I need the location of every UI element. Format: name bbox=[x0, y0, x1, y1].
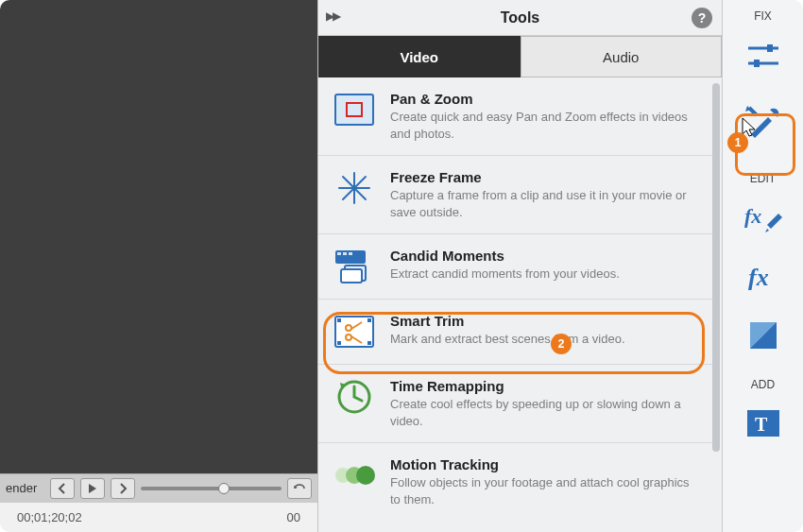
tool-title: Freeze Frame bbox=[390, 169, 697, 185]
playback-thumb[interactable] bbox=[218, 483, 230, 494]
tool-title: Time Remapping bbox=[390, 378, 697, 394]
collapse-panel-icon[interactable]: ▶▶ bbox=[326, 9, 339, 23]
svg-rect-7 bbox=[337, 252, 341, 255]
rail-label-edit: EDIT bbox=[750, 172, 776, 185]
tool-text: Pan & Zoom Create quick and easy Pan and… bbox=[390, 91, 697, 142]
timecode-current: 00;01;20;02 bbox=[17, 510, 82, 524]
tool-candid-moments[interactable]: Candid Moments Extract candid moments fr… bbox=[318, 234, 712, 300]
preview-canvas bbox=[0, 0, 317, 473]
svg-rect-28 bbox=[754, 60, 760, 67]
tool-pan-zoom[interactable]: Pan & Zoom Create quick and easy Pan and… bbox=[318, 77, 712, 156]
time-remapping-icon bbox=[333, 378, 375, 416]
tools-panel: ▶▶ Tools ? Video Audio Pan & Zoom Create… bbox=[317, 0, 722, 532]
tools-header: ▶▶ Tools ? bbox=[318, 0, 722, 36]
svg-rect-16 bbox=[367, 341, 371, 345]
tool-desc: Mark and extract best scenes from a vide… bbox=[390, 331, 697, 348]
motion-tracking-icon bbox=[333, 456, 375, 494]
candid-moments-icon bbox=[333, 248, 375, 285]
svg-point-24 bbox=[356, 466, 375, 485]
svg-rect-8 bbox=[343, 252, 347, 255]
rail-color-button[interactable] bbox=[736, 312, 791, 359]
scrollbar[interactable] bbox=[712, 83, 720, 452]
tool-desc: Create quick and easy Pan and Zoom effec… bbox=[390, 109, 697, 142]
tool-desc: Capture a frame from a clip and use it i… bbox=[390, 187, 697, 220]
playback-progress[interactable] bbox=[141, 487, 282, 490]
help-icon[interactable]: ? bbox=[692, 8, 712, 28]
freeze-frame-icon bbox=[333, 169, 375, 207]
tool-title: Candid Moments bbox=[390, 248, 697, 264]
tool-desc: Extract candid moments from your videos. bbox=[390, 266, 697, 283]
tool-desc: Create cool effects by speeding up or sl… bbox=[390, 396, 697, 429]
tool-motion-tracking[interactable]: Motion Tracking Follow objects in your f… bbox=[318, 443, 712, 521]
svg-text:T: T bbox=[755, 414, 768, 435]
panel-title: Tools bbox=[501, 9, 539, 26]
tool-text: Time Remapping Create cool effects by sp… bbox=[390, 378, 697, 429]
svg-rect-13 bbox=[337, 318, 341, 322]
tool-time-remapping[interactable]: Time Remapping Create cool effects by sp… bbox=[318, 365, 712, 443]
prev-frame-button[interactable] bbox=[50, 478, 75, 499]
svg-rect-15 bbox=[367, 318, 371, 322]
tools-tabs: Video Audio bbox=[318, 36, 722, 77]
tool-title: Smart Trim bbox=[390, 313, 697, 329]
next-frame-button[interactable] bbox=[111, 478, 135, 499]
tool-text: Candid Moments Extract candid moments fr… bbox=[390, 248, 697, 283]
rail-adjust-button[interactable] bbox=[736, 32, 791, 79]
svg-rect-9 bbox=[349, 252, 352, 255]
tab-audio[interactable]: Audio bbox=[521, 36, 723, 77]
svg-rect-26 bbox=[767, 44, 773, 52]
pan-zoom-icon bbox=[333, 91, 375, 129]
rail-fx-edit-button[interactable]: fx bbox=[736, 195, 791, 242]
timecode-row: 00;01;20;02 00 bbox=[0, 502, 317, 532]
tool-smart-trim[interactable]: Smart Trim Mark and extract best scenes … bbox=[318, 300, 712, 365]
play-button[interactable] bbox=[80, 478, 105, 499]
tool-freeze-frame[interactable]: Freeze Frame Capture a frame from a clip… bbox=[318, 156, 712, 234]
svg-text:fx: fx bbox=[748, 264, 769, 291]
tool-title: Motion Tracking bbox=[390, 456, 697, 472]
callout-badge-2: 2 bbox=[551, 334, 572, 354]
callout-badge-1: 1 bbox=[727, 132, 748, 153]
rail-fx-button[interactable]: fx bbox=[736, 253, 791, 300]
tool-title: Pan & Zoom bbox=[390, 91, 697, 107]
loop-button[interactable] bbox=[287, 478, 312, 499]
tool-list: Pan & Zoom Create quick and easy Pan and… bbox=[318, 77, 722, 532]
svg-rect-11 bbox=[341, 269, 362, 283]
render-label: ender bbox=[6, 481, 37, 495]
tool-text: Freeze Frame Capture a frame from a clip… bbox=[390, 169, 697, 220]
smart-trim-icon bbox=[333, 313, 375, 351]
svg-rect-14 bbox=[337, 341, 341, 345]
playback-bar: ender bbox=[0, 473, 317, 502]
tool-text: Smart Trim Mark and extract best scenes … bbox=[390, 313, 697, 348]
right-rail: FIX EDIT fx fx ADD T bbox=[722, 0, 803, 532]
svg-text:fx: fx bbox=[744, 204, 761, 228]
svg-rect-0 bbox=[335, 94, 373, 125]
tab-video[interactable]: Video bbox=[318, 36, 521, 77]
tool-text: Motion Tracking Follow objects in your f… bbox=[390, 456, 697, 507]
rail-label-fix: FIX bbox=[754, 9, 772, 23]
timecode-end: 00 bbox=[287, 510, 300, 524]
tool-desc: Follow objects in your footage and attac… bbox=[390, 474, 697, 507]
rail-label-add: ADD bbox=[751, 378, 775, 391]
rail-titles-button[interactable]: T bbox=[736, 401, 791, 448]
